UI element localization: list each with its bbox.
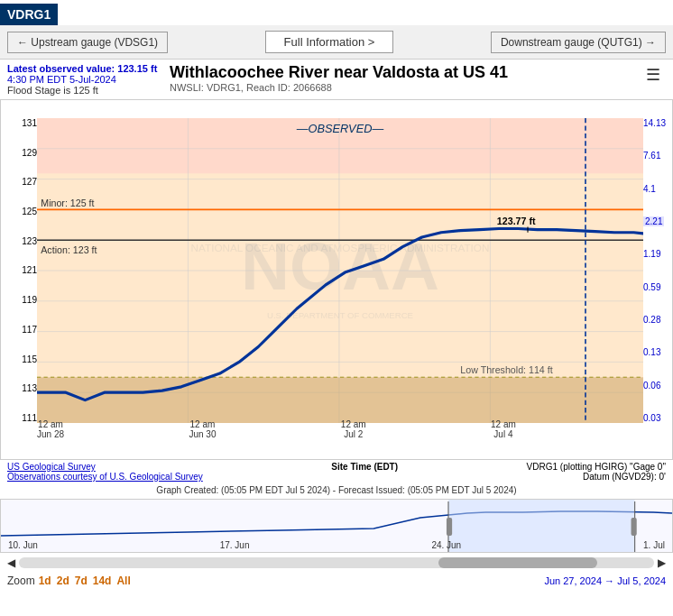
date-range: Jun 27, 2024 → Jul 5, 2024 xyxy=(544,575,666,586)
x-label-jun28: 12 am Jun 28 xyxy=(37,419,64,439)
svg-text:NATIONAL OCEANIC AND ATMOSPHER: NATIONAL OCEANIC AND ATMOSPHERIC ADMINIS… xyxy=(191,242,490,253)
site-id-text: VDRG1 xyxy=(7,7,51,22)
x-label-jun30: 12 am Jun 30 xyxy=(189,419,216,439)
y-right-059: 0.59 xyxy=(643,282,660,292)
full-information-button[interactable]: Full Information > xyxy=(265,31,394,53)
y-right-028: 0.28 xyxy=(643,315,660,325)
navigation-row: ← Upstream gauge (VDSG1) Full Informatio… xyxy=(0,25,673,60)
y-right-003: 0.03 xyxy=(643,413,660,423)
nwsli-info: NWSLI: VDRG1, Reach ID: 2066688 xyxy=(170,82,508,93)
svg-rect-20 xyxy=(37,377,643,423)
gage-info: VDRG1 (plotting HGIRG) "Gage 0" xyxy=(527,462,666,472)
graph-created-info: Graph Created: (05:05 PM EDT Jul 5 2024)… xyxy=(0,483,673,497)
footer-sources: US Geological Survey Observations courte… xyxy=(0,460,673,483)
zoom-row: Zoom 1d 2d 7d 14d All Jun 27, 2024 → Jul… xyxy=(0,571,673,591)
y-label-131: 131 xyxy=(22,118,37,128)
mini-x-jun24: 24. Jun xyxy=(431,540,461,550)
zoom-controls: Zoom 1d 2d 7d 14d All xyxy=(7,575,136,587)
y-label-111: 111 xyxy=(22,413,37,423)
svg-text:Low Threshold: 114 ft: Low Threshold: 114 ft xyxy=(460,364,552,375)
y-axis-right: 14.13 7.61 4.1 2.21 1.19 0.59 0.28 0.13 … xyxy=(643,118,670,423)
menu-button[interactable]: ☰ xyxy=(641,63,666,87)
observed-time: 4:30 PM EDT 5-Jul-2024 xyxy=(7,74,170,85)
y-right-41: 4.1 xyxy=(643,184,656,194)
scroll-left-arrow[interactable]: ◀ xyxy=(4,556,19,569)
zoom-all[interactable]: All xyxy=(116,575,130,587)
y-axis-left: 131 129 127 125 123 121 119 117 115 113 … xyxy=(21,118,37,423)
left-info-panel: Latest observed value: 123.15 ft 4:30 PM… xyxy=(7,63,170,96)
y-label-123: 123 xyxy=(22,236,37,246)
y-label-119: 119 xyxy=(22,295,37,305)
svg-rect-33 xyxy=(632,518,637,536)
zoom-1d[interactable]: 1d xyxy=(39,575,51,587)
y-label-115: 115 xyxy=(22,354,37,364)
y-right-1413: 14.13 xyxy=(643,118,666,128)
mini-x-jun17: 17. Jun xyxy=(220,540,250,550)
x-label-jul2: 12 am Jul 2 xyxy=(341,419,366,439)
zoom-2d[interactable]: 2d xyxy=(57,575,69,587)
x-axis-labels: 12 am Jun 28 12 am Jun 30 12 am Jul 2 12… xyxy=(37,419,643,439)
chart-svg: NOAA NATIONAL OCEANIC AND ATMOSPHERIC AD… xyxy=(37,118,643,423)
usgs-link[interactable]: US Geological Survey xyxy=(7,462,96,472)
site-id-badge: VDRG1 xyxy=(0,4,58,25)
y-label-121: 121 xyxy=(22,265,37,275)
svg-text:Action: 123 ft: Action: 123 ft xyxy=(41,244,97,255)
x-label-end xyxy=(641,419,643,439)
svg-rect-32 xyxy=(447,518,452,536)
river-title: Withlacoochee River near Valdosta at US … xyxy=(170,63,508,82)
svg-text:—OBSERVED—: —OBSERVED— xyxy=(296,122,384,135)
site-time-label: Site Time (EDT) xyxy=(331,462,398,482)
scrollbar-track[interactable] xyxy=(19,557,654,568)
upstream-gauge-button[interactable]: ← Upstream gauge (VDSG1) xyxy=(7,32,168,53)
usgs-obs-link[interactable]: Observations courtesy of U.S. Geological… xyxy=(7,472,203,482)
y-label-127: 127 xyxy=(22,177,37,187)
chart-inner: Stage (FT) Flow (KCFS) 131 129 127 125 1… xyxy=(1,100,672,459)
y-right-006: 0.06 xyxy=(643,381,660,391)
svg-text:123.77 ft: 123.77 ft xyxy=(497,216,536,226)
y-label-125: 125 xyxy=(22,207,37,216)
y-label-113: 113 xyxy=(22,383,37,393)
mini-x-jun10: 10. Jun xyxy=(8,540,38,550)
observed-value: Latest observed value: 123.15 ft xyxy=(7,63,170,74)
downstream-gauge-button[interactable]: Downstream gauge (QUTG1) → xyxy=(491,32,666,53)
main-chart: Stage (FT) Flow (KCFS) 131 129 127 125 1… xyxy=(0,99,673,460)
stage-axis-label: Stage (FT) xyxy=(1,280,19,290)
mini-chart: 10. Jun 17. Jun 24. Jun 1. Jul xyxy=(0,499,673,553)
info-row: Latest observed value: 123.15 ft 4:30 PM… xyxy=(0,60,673,99)
zoom-label: Zoom xyxy=(7,575,35,587)
y-label-129: 129 xyxy=(22,148,37,158)
scrollbar-thumb[interactable] xyxy=(438,557,597,568)
scroll-right-arrow[interactable]: ▶ xyxy=(654,556,669,569)
right-info-panel: Withlacoochee River near Valdosta at US … xyxy=(170,63,508,93)
zoom-7d[interactable]: 7d xyxy=(75,575,88,587)
mini-chart-scrollbar: ◀ ▶ xyxy=(0,555,673,571)
zoom-14d[interactable]: 14d xyxy=(93,575,112,587)
y-right-119: 1.19 xyxy=(643,249,660,259)
right-source: VDRG1 (plotting HGIRG) "Gage 0" Datum (N… xyxy=(527,462,666,482)
datum-info: Datum (NGVD29): 0' xyxy=(527,472,666,482)
x-label-jul4: 12 am Jul 4 xyxy=(491,419,516,439)
y-right-221: 2.21 xyxy=(643,216,664,226)
mini-chart-x-labels: 10. Jun 17. Jun 24. Jun 1. Jul xyxy=(1,540,672,550)
y-right-013: 0.13 xyxy=(643,347,660,357)
y-right-761: 7.61 xyxy=(643,151,660,161)
left-source: US Geological Survey Observations courte… xyxy=(7,462,203,482)
flood-stage: Flood Stage is 125 ft xyxy=(7,85,170,96)
mini-x-jul1: 1. Jul xyxy=(643,540,665,550)
y-label-117: 117 xyxy=(22,325,37,335)
svg-text:Minor: 125 ft: Minor: 125 ft xyxy=(41,198,94,208)
